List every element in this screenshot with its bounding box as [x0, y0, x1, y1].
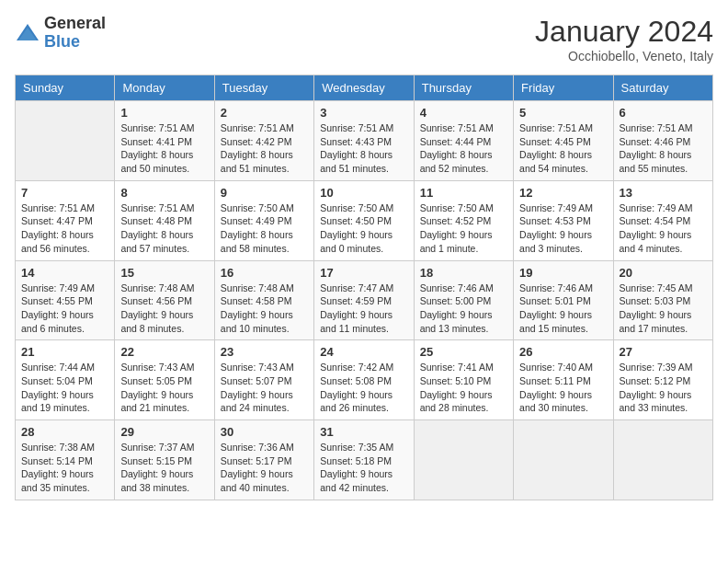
- day-info: Sunrise: 7:49 AM Sunset: 4:53 PM Dayligh…: [519, 201, 607, 256]
- calendar-cell: 19Sunrise: 7:46 AM Sunset: 5:01 PM Dayli…: [514, 260, 613, 340]
- day-number: 4: [420, 106, 507, 120]
- calendar-cell: 3Sunrise: 7:51 AM Sunset: 4:43 PM Daylig…: [314, 101, 414, 181]
- day-number: 24: [320, 345, 407, 359]
- day-info: Sunrise: 7:50 AM Sunset: 4:50 PM Dayligh…: [320, 201, 407, 256]
- day-info: Sunrise: 7:37 AM Sunset: 5:15 PM Dayligh…: [120, 441, 208, 495]
- calendar-body: 1Sunrise: 7:51 AM Sunset: 4:41 PM Daylig…: [16, 101, 713, 500]
- day-number: 11: [420, 186, 507, 200]
- day-info: Sunrise: 7:51 AM Sunset: 4:41 PM Dayligh…: [120, 121, 208, 176]
- calendar-cell: 17Sunrise: 7:47 AM Sunset: 4:59 PM Dayli…: [314, 260, 414, 340]
- days-of-week-row: SundayMondayTuesdayWednesdayThursdayFrid…: [16, 75, 713, 101]
- calendar-cell: 20Sunrise: 7:45 AM Sunset: 5:03 PM Dayli…: [613, 260, 712, 340]
- calendar-header: SundayMondayTuesdayWednesdayThursdayFrid…: [16, 75, 713, 101]
- calendar-cell: [514, 420, 613, 500]
- calendar-cell: 18Sunrise: 7:46 AM Sunset: 5:00 PM Dayli…: [414, 260, 513, 340]
- calendar-cell: 1Sunrise: 7:51 AM Sunset: 4:41 PM Daylig…: [115, 101, 214, 181]
- day-info: Sunrise: 7:51 AM Sunset: 4:43 PM Dayligh…: [320, 121, 407, 176]
- month-year-title: January 2024: [535, 15, 713, 49]
- calendar-cell: 30Sunrise: 7:36 AM Sunset: 5:17 PM Dayli…: [214, 420, 313, 500]
- day-number: 18: [420, 266, 507, 280]
- day-of-week-saturday: Saturday: [613, 75, 712, 101]
- day-info: Sunrise: 7:49 AM Sunset: 4:55 PM Dayligh…: [21, 282, 108, 336]
- day-number: 19: [519, 266, 607, 280]
- calendar-cell: 10Sunrise: 7:50 AM Sunset: 4:50 PM Dayli…: [314, 180, 414, 260]
- calendar-cell: 11Sunrise: 7:50 AM Sunset: 4:52 PM Dayli…: [414, 180, 513, 260]
- calendar-cell: 29Sunrise: 7:37 AM Sunset: 5:15 PM Dayli…: [115, 420, 214, 500]
- day-info: Sunrise: 7:40 AM Sunset: 5:11 PM Dayligh…: [519, 361, 607, 415]
- day-number: 2: [221, 106, 308, 120]
- day-of-week-monday: Monday: [115, 75, 214, 101]
- day-number: 17: [320, 266, 407, 280]
- title-block: January 2024 Occhiobello, Veneto, Italy: [535, 15, 713, 63]
- calendar-cell: 9Sunrise: 7:50 AM Sunset: 4:49 PM Daylig…: [214, 180, 313, 260]
- calendar-cell: 2Sunrise: 7:51 AM Sunset: 4:42 PM Daylig…: [214, 101, 313, 181]
- page-header: General Blue January 2024 Occhiobello, V…: [15, 15, 713, 63]
- day-info: Sunrise: 7:51 AM Sunset: 4:45 PM Dayligh…: [519, 121, 607, 176]
- calendar-cell: 8Sunrise: 7:51 AM Sunset: 4:48 PM Daylig…: [115, 180, 214, 260]
- day-info: Sunrise: 7:48 AM Sunset: 4:56 PM Dayligh…: [120, 282, 208, 336]
- day-number: 21: [21, 345, 108, 359]
- day-info: Sunrise: 7:48 AM Sunset: 4:58 PM Dayligh…: [221, 282, 308, 336]
- calendar-table: SundayMondayTuesdayWednesdayThursdayFrid…: [15, 75, 713, 500]
- day-number: 22: [120, 345, 208, 359]
- day-of-week-friday: Friday: [514, 75, 613, 101]
- day-number: 16: [221, 266, 308, 280]
- week-row-2: 7Sunrise: 7:51 AM Sunset: 4:47 PM Daylig…: [16, 180, 713, 260]
- calendar-cell: 23Sunrise: 7:43 AM Sunset: 5:07 PM Dayli…: [214, 340, 313, 420]
- day-info: Sunrise: 7:51 AM Sunset: 4:46 PM Dayligh…: [620, 121, 707, 176]
- day-info: Sunrise: 7:51 AM Sunset: 4:42 PM Dayligh…: [221, 121, 308, 176]
- day-number: 15: [120, 266, 208, 280]
- logo-blue: Blue: [44, 33, 106, 52]
- day-number: 31: [320, 425, 407, 439]
- day-number: 27: [620, 345, 707, 359]
- day-info: Sunrise: 7:51 AM Sunset: 4:47 PM Dayligh…: [21, 201, 108, 256]
- calendar-cell: 16Sunrise: 7:48 AM Sunset: 4:58 PM Dayli…: [214, 260, 313, 340]
- day-number: 12: [519, 186, 607, 200]
- calendar-cell: 31Sunrise: 7:35 AM Sunset: 5:18 PM Dayli…: [314, 420, 414, 500]
- day-info: Sunrise: 7:45 AM Sunset: 5:03 PM Dayligh…: [620, 282, 707, 336]
- day-info: Sunrise: 7:49 AM Sunset: 4:54 PM Dayligh…: [620, 201, 707, 256]
- day-number: 6: [620, 106, 707, 120]
- calendar-cell: 22Sunrise: 7:43 AM Sunset: 5:05 PM Dayli…: [115, 340, 214, 420]
- day-number: 23: [221, 345, 308, 359]
- logo: General Blue: [15, 15, 106, 52]
- day-number: 28: [21, 425, 108, 439]
- day-number: 9: [221, 186, 308, 200]
- day-info: Sunrise: 7:38 AM Sunset: 5:14 PM Dayligh…: [21, 441, 108, 495]
- day-info: Sunrise: 7:43 AM Sunset: 5:07 PM Dayligh…: [221, 361, 308, 415]
- calendar-cell: 4Sunrise: 7:51 AM Sunset: 4:44 PM Daylig…: [414, 101, 513, 181]
- calendar-cell: 27Sunrise: 7:39 AM Sunset: 5:12 PM Dayli…: [613, 340, 712, 420]
- day-of-week-wednesday: Wednesday: [314, 75, 414, 101]
- calendar-cell: 12Sunrise: 7:49 AM Sunset: 4:53 PM Dayli…: [514, 180, 613, 260]
- calendar-cell: [16, 101, 115, 181]
- day-number: 14: [21, 266, 108, 280]
- day-info: Sunrise: 7:50 AM Sunset: 4:52 PM Dayligh…: [420, 201, 507, 256]
- calendar-cell: 25Sunrise: 7:41 AM Sunset: 5:10 PM Dayli…: [414, 340, 513, 420]
- day-of-week-thursday: Thursday: [414, 75, 513, 101]
- day-number: 20: [620, 266, 707, 280]
- calendar-cell: 13Sunrise: 7:49 AM Sunset: 4:54 PM Dayli…: [613, 180, 712, 260]
- day-number: 26: [519, 345, 607, 359]
- day-number: 8: [120, 186, 208, 200]
- day-number: 25: [420, 345, 507, 359]
- calendar-cell: 5Sunrise: 7:51 AM Sunset: 4:45 PM Daylig…: [514, 101, 613, 181]
- day-info: Sunrise: 7:41 AM Sunset: 5:10 PM Dayligh…: [420, 361, 507, 415]
- day-number: 10: [320, 186, 407, 200]
- calendar-cell: 15Sunrise: 7:48 AM Sunset: 4:56 PM Dayli…: [115, 260, 214, 340]
- day-info: Sunrise: 7:42 AM Sunset: 5:08 PM Dayligh…: [320, 361, 407, 415]
- day-info: Sunrise: 7:35 AM Sunset: 5:18 PM Dayligh…: [320, 441, 407, 495]
- day-number: 13: [620, 186, 707, 200]
- day-info: Sunrise: 7:47 AM Sunset: 4:59 PM Dayligh…: [320, 282, 407, 336]
- day-number: 30: [221, 425, 308, 439]
- calendar-cell: 7Sunrise: 7:51 AM Sunset: 4:47 PM Daylig…: [16, 180, 115, 260]
- day-info: Sunrise: 7:51 AM Sunset: 4:48 PM Dayligh…: [120, 201, 208, 256]
- calendar-cell: 6Sunrise: 7:51 AM Sunset: 4:46 PM Daylig…: [613, 101, 712, 181]
- day-info: Sunrise: 7:44 AM Sunset: 5:04 PM Dayligh…: [21, 361, 108, 415]
- week-row-5: 28Sunrise: 7:38 AM Sunset: 5:14 PM Dayli…: [16, 420, 713, 500]
- logo-general: General: [44, 15, 106, 33]
- week-row-4: 21Sunrise: 7:44 AM Sunset: 5:04 PM Dayli…: [16, 340, 713, 420]
- day-info: Sunrise: 7:46 AM Sunset: 5:00 PM Dayligh…: [420, 282, 507, 336]
- calendar-cell: 24Sunrise: 7:42 AM Sunset: 5:08 PM Dayli…: [314, 340, 414, 420]
- day-number: 1: [120, 106, 208, 120]
- day-info: Sunrise: 7:46 AM Sunset: 5:01 PM Dayligh…: [519, 282, 607, 336]
